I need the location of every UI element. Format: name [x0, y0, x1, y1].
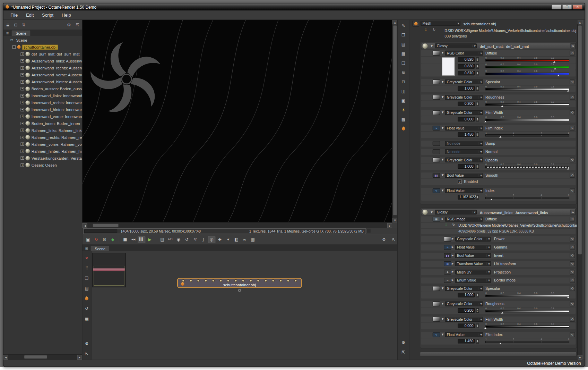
slider-track[interactable]: [485, 295, 569, 297]
nodegraph-tab[interactable]: Scene: [90, 246, 109, 251]
spin-down-icon[interactable]: ▼: [477, 167, 478, 168]
monitor-icon[interactable]: ⊡: [400, 78, 407, 86]
expander-icon[interactable]: ▼: [442, 52, 444, 54]
node-input-pin[interactable]: [190, 279, 192, 282]
node-input-pin[interactable]: [205, 279, 207, 282]
expand-icon[interactable]: +: [20, 101, 24, 104]
link-button[interactable]: ⟲: [570, 79, 575, 84]
scroll-left-icon[interactable]: ◀: [3, 355, 8, 360]
refresh-render-icon[interactable]: ↻: [93, 236, 100, 243]
expander-icon[interactable]: ▼: [442, 96, 444, 99]
pin-type-dropdown[interactable]: Float Value▼: [445, 332, 483, 337]
spin-down-icon[interactable]: ▼: [477, 197, 478, 199]
node-input-pin[interactable]: [257, 279, 260, 282]
value-field[interactable]: 1.000: [458, 293, 475, 297]
expander-icon[interactable]: ▼: [442, 318, 444, 321]
node-input-pin[interactable]: [242, 279, 245, 282]
camera-grid-icon[interactable]: ▦: [249, 236, 257, 243]
slider-marker[interactable]: [484, 327, 486, 329]
node-input-pin[interactable]: [234, 279, 237, 282]
slider-marker[interactable]: [501, 312, 503, 313]
scrollbar-thumb[interactable]: [578, 25, 582, 254]
menu-help[interactable]: Help: [58, 11, 75, 19]
nodegraph-minimap[interactable]: [92, 253, 126, 287]
slider-marker[interactable]: [554, 68, 556, 69]
render-priority-icon[interactable]: ◆: [109, 236, 116, 243]
pin-type-dropdown[interactable]: Float Value▼: [455, 245, 491, 250]
value-field[interactable]: 0.870: [458, 71, 475, 75]
expander-icon[interactable]: ▼: [442, 287, 444, 290]
pin-type-dropdown[interactable]: Greyscale Color▼: [445, 317, 483, 322]
tree-item-aussenwand-vorne[interactable]: +Aussenwand_vorne: Aussenwand_vorne: [3, 72, 82, 78]
slider-marker[interactable]: [484, 121, 486, 122]
stop-icon[interactable]: ■: [121, 236, 129, 243]
value-spinner[interactable]: ▲▼: [476, 132, 479, 137]
export-icon[interactable]: ↥: [443, 223, 449, 227]
value-field[interactable]: 0.830: [458, 64, 475, 69]
pin-type-dropdown[interactable]: Greyscale Color▼: [445, 79, 483, 84]
scrollbar-thumb[interactable]: [93, 223, 119, 227]
expander-icon[interactable]: ▶: [442, 218, 444, 221]
pin-thumb-icon[interactable]: ∿: [433, 126, 440, 131]
slider-marker[interactable]: [499, 343, 501, 344]
spin-down-icon[interactable]: ▼: [477, 310, 478, 312]
value-slider[interactable]: 00.20.40.60.8: [485, 57, 569, 63]
value-slider[interactable]: 1248: [485, 338, 569, 344]
tree-item-rahmen-hinten[interactable]: +Rahmen_hinten: Rahmen_hinten: [3, 148, 82, 155]
checker-icon[interactable]: ▩: [400, 116, 407, 123]
scrollbar-thumb[interactable]: [24, 355, 47, 359]
notes-icon[interactable]: ▤: [83, 285, 90, 292]
value-field[interactable]: 1.450: [458, 339, 475, 344]
node-input-pin[interactable]: [227, 279, 230, 282]
pin-thumb-icon[interactable]: [433, 149, 440, 154]
copy-render-icon[interactable]: ⊡: [101, 236, 109, 243]
node-input-pin[interactable]: [265, 279, 267, 282]
swap-icon[interactable]: ⇆: [570, 43, 575, 48]
wrench-icon[interactable]: ⚙: [65, 21, 73, 28]
spin-down-icon[interactable]: ▼: [477, 295, 478, 297]
mesh-node[interactable]: schuttcontainer.obj: [177, 278, 302, 288]
maximize-button[interactable]: ❐: [562, 5, 572, 9]
zoom-icon[interactable]: ◎: [208, 236, 216, 243]
pin-type-dropdown[interactable]: Greyscale Color▼: [445, 158, 483, 162]
spin-down-icon[interactable]: ▼: [477, 60, 478, 61]
pin-type-dropdown[interactable]: Float Value▼: [445, 126, 483, 131]
scroll-up-icon[interactable]: ▲: [578, 20, 582, 24]
menu-file[interactable]: File: [6, 11, 22, 19]
orbit-icon[interactable]: ↺: [183, 236, 191, 243]
spin-down-icon[interactable]: ▼: [477, 341, 478, 343]
link-button[interactable]: ⟲: [570, 270, 575, 275]
scroll-up-icon[interactable]: ▲: [392, 20, 397, 24]
fullscreen-icon[interactable]: ⇱: [83, 350, 90, 358]
value-slider[interactable]: 00.20.40.60.8: [485, 101, 569, 107]
value-spinner[interactable]: ▲▼: [476, 308, 479, 313]
picture-icon[interactable]: ▣: [400, 97, 407, 104]
slider-track[interactable]: [485, 197, 569, 199]
pin-thumb-icon[interactable]: ∿: [433, 188, 440, 193]
pin-type-dropdown[interactable]: Greyscale Color▼: [455, 237, 491, 242]
expander-icon[interactable]: ▶: [452, 246, 454, 249]
expander-icon[interactable]: ▶: [452, 238, 454, 241]
autofocus-icon[interactable]: aƒ: [191, 236, 199, 243]
slider-track[interactable]: [485, 88, 569, 90]
pin-type-dropdown[interactable]: Greyscale Color▼: [445, 286, 483, 291]
material-droplet-icon[interactable]: [83, 295, 90, 302]
value-field[interactable]: 1.450: [458, 132, 475, 137]
slider-track[interactable]: [485, 310, 569, 312]
link-button[interactable]: ⟲: [570, 95, 575, 100]
subsample-icon[interactable]: AF1: [167, 236, 174, 243]
node-input-pin[interactable]: [279, 279, 282, 282]
sync-selection-icon[interactable]: ⇅: [20, 21, 27, 28]
value-spinner[interactable]: ▲▼: [476, 64, 479, 69]
tree-item-def-surf-mat[interactable]: +def_surf_mat: def_surf_mat: [3, 51, 82, 58]
pin-thumb-icon[interactable]: ◆: [444, 270, 451, 275]
value-spinner[interactable]: ▲▼: [476, 102, 479, 106]
value-slider[interactable]: 00.20.40.60.8: [485, 64, 569, 70]
link-button[interactable]: ⟲: [570, 158, 575, 162]
scrollbar-track[interactable]: [87, 223, 387, 228]
pin-type-dropdown[interactable]: Greyscale Color▼: [445, 302, 483, 306]
lock-icon[interactable]: ◧: [233, 236, 240, 243]
node-input-pin[interactable]: [287, 279, 290, 282]
tree-item-innenwand-vorne[interactable]: +Innenwand_vorne: Innenwand_vorne: [3, 113, 82, 120]
expander-icon[interactable]: ▼: [442, 159, 444, 161]
